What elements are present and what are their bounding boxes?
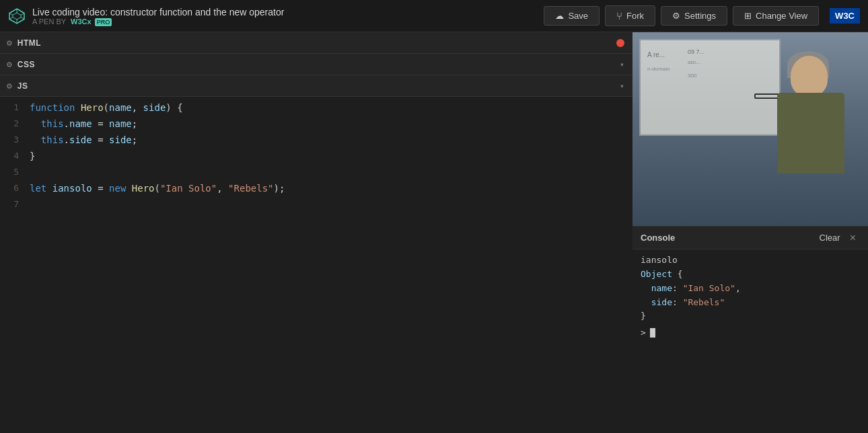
a-pen-by-label: A PEN BY	[32, 17, 66, 26]
console-clear-button[interactable]: Clear	[814, 231, 846, 244]
w3c-badge: W3C	[830, 8, 860, 24]
css-panel-header[interactable]: ⚙ CSS ▾	[0, 54, 632, 75]
code-line-1: 1 function Hero(name, side) {	[0, 100, 632, 116]
fork-icon: ⑂	[616, 10, 622, 22]
right-pane: A re... n-domain 09 7... abc... 300	[632, 32, 868, 433]
code-line-3: 3 this.side = side;	[0, 132, 632, 148]
person-body	[777, 93, 844, 173]
whiteboard: A re... n-domain 09 7... abc... 300	[639, 39, 781, 136]
pro-badge: PRO	[95, 18, 112, 26]
brand-label: W3Cx	[71, 17, 92, 26]
editor-pane: ⚙ HTML ⚙ CSS ▾ ⚙ JS ▾ 1 function Hero(na…	[0, 32, 632, 433]
save-button[interactable]: ☁ Save	[544, 6, 600, 26]
console-body[interactable]: iansolo Object { name: "Ian Solo", side:…	[632, 249, 868, 433]
line-num-5: 5	[0, 165, 27, 180]
video-person: A re... n-domain 09 7... abc... 300	[632, 32, 868, 226]
line-content-2: this.name = name;	[27, 116, 632, 131]
line-num-3: 3	[0, 132, 27, 147]
svg-text:n-domain: n-domain	[647, 66, 670, 72]
page-subtitle: A PEN BY W3Cx PRO	[32, 17, 544, 26]
svg-text:09 7...: 09 7...	[688, 48, 704, 55]
console-area: Console Clear × iansolo Object { name: "…	[632, 226, 868, 433]
svg-text:300: 300	[688, 73, 697, 79]
css-gear-icon: ⚙	[7, 59, 12, 69]
line-content-7	[27, 197, 632, 212]
settings-button[interactable]: ⚙ Settings	[661, 6, 727, 26]
svg-text:abc...: abc...	[688, 59, 701, 65]
codepen-logo-icon	[8, 7, 26, 25]
code-line-2: 2 this.name = name;	[0, 116, 632, 132]
settings-label: Settings	[684, 11, 716, 21]
css-chevron-icon: ▾	[620, 60, 624, 69]
console-header: Console Clear ×	[632, 227, 868, 249]
js-panel-label: JS	[17, 81, 28, 91]
line-num-2: 2	[0, 116, 27, 131]
html-gear-icon: ⚙	[7, 38, 12, 48]
console-output-object: Object { name: "Ian Solo", side: "Rebels…	[641, 268, 860, 323]
code-line-6: 6 let iansolo = new Hero("Ian Solo", "Re…	[0, 180, 632, 196]
line-content-3: this.side = side;	[27, 132, 632, 147]
html-error-dot	[616, 39, 624, 47]
html-panel-label: HTML	[17, 38, 41, 48]
fork-button[interactable]: ⑂ Fork	[605, 5, 655, 26]
console-input-text: iansolo	[641, 255, 678, 265]
console-input-echo: iansolo	[641, 255, 860, 265]
html-panel-header[interactable]: ⚙ HTML	[0, 32, 632, 54]
save-icon: ☁	[555, 11, 564, 21]
title-area: Live coding video: constructor function …	[32, 7, 544, 26]
person-head	[791, 56, 828, 96]
console-prompt: >	[641, 327, 860, 338]
change-view-icon: ⊞	[744, 11, 752, 21]
console-prompt-symbol: >	[641, 327, 646, 338]
svg-text:A re...: A re...	[647, 51, 665, 58]
whiteboard-content: A re... n-domain 09 7... abc... 300	[641, 40, 779, 134]
js-chevron-icon: ▾	[620, 81, 624, 91]
console-object-open: Object {	[641, 269, 683, 279]
change-view-button[interactable]: ⊞ Change View	[733, 6, 819, 26]
line-content-1: function Hero(name, side) {	[27, 100, 632, 115]
change-view-label: Change View	[756, 11, 807, 21]
js-editor[interactable]: 1 function Hero(name, side) { 2 this.nam…	[0, 97, 632, 433]
code-line-5: 5	[0, 164, 632, 180]
js-gear-icon: ⚙	[7, 81, 12, 91]
console-cursor	[650, 328, 655, 338]
line-num-4: 4	[0, 149, 27, 163]
line-num-7: 7	[0, 197, 27, 212]
topbar-actions: ☁ Save ⑂ Fork ⚙ Settings ⊞ Change View W…	[544, 5, 860, 26]
code-line-7: 7	[0, 196, 632, 212]
console-object-side-row: side: "Rebels"	[641, 297, 725, 307]
line-content-6: let iansolo = new Hero("Ian Solo", "Rebe…	[27, 181, 632, 196]
page-title: Live coding video: constructor function …	[32, 7, 544, 17]
topbar: Live coding video: constructor function …	[0, 0, 868, 32]
settings-icon: ⚙	[672, 11, 680, 21]
line-num-6: 6	[0, 181, 27, 196]
code-line-4: 4 }	[0, 148, 632, 164]
line-content-4: }	[27, 149, 632, 163]
console-close-button[interactable]: ×	[846, 231, 860, 245]
console-object-name-row: name: "Ian Solo",	[641, 283, 741, 293]
console-object-close: }	[641, 311, 646, 321]
video-area: A re... n-domain 09 7... abc... 300	[632, 32, 868, 226]
js-panel-header[interactable]: ⚙ JS ▾	[0, 75, 632, 97]
main-content: ⚙ HTML ⚙ CSS ▾ ⚙ JS ▾ 1 function Hero(na…	[0, 32, 868, 433]
fork-label: Fork	[626, 11, 644, 21]
line-content-5	[27, 165, 632, 180]
css-panel-label: CSS	[17, 60, 35, 69]
line-num-1: 1	[0, 100, 27, 115]
svg-marker-1	[13, 13, 21, 19]
save-label: Save	[568, 11, 588, 21]
console-title: Console	[641, 233, 814, 243]
